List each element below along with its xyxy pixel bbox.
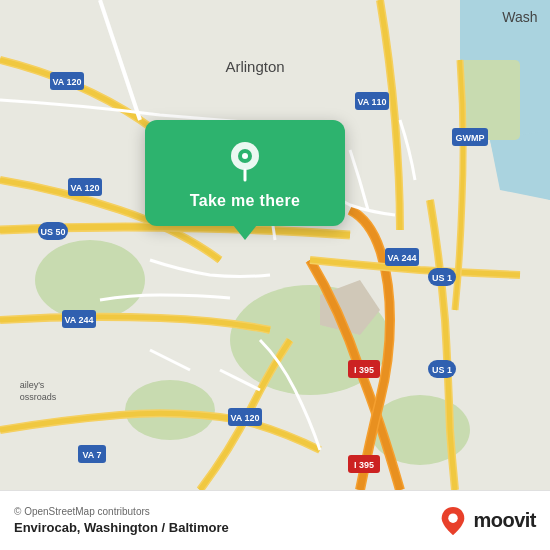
svg-text:I 395: I 395 [354, 460, 374, 470]
map-container: VA 120 VA 120 VA 120 VA 110 VA 244 VA 24… [0, 0, 550, 490]
svg-text:US 50: US 50 [40, 227, 65, 237]
svg-text:VA 7: VA 7 [82, 450, 101, 460]
svg-text:US 1: US 1 [432, 273, 452, 283]
location-pin-icon [223, 138, 267, 182]
take-me-there-button[interactable]: Take me there [190, 192, 300, 210]
svg-text:ailey's: ailey's [20, 380, 45, 390]
svg-text:VA 120: VA 120 [70, 183, 99, 193]
svg-text:ossroads: ossroads [20, 392, 57, 402]
popup-card[interactable]: Take me there [145, 120, 345, 226]
svg-text:GWMP: GWMP [456, 133, 485, 143]
svg-text:VA 110: VA 110 [357, 97, 386, 107]
bottom-left-info: © OpenStreetMap contributors Envirocab, … [14, 506, 229, 535]
svg-text:Arlington: Arlington [225, 58, 284, 75]
svg-text:VA 244: VA 244 [64, 315, 93, 325]
copyright-text: © OpenStreetMap contributors [14, 506, 229, 517]
svg-text:US 1: US 1 [432, 365, 452, 375]
svg-point-40 [449, 513, 458, 522]
svg-point-39 [242, 153, 248, 159]
app-name: Envirocab, Washington / Baltimore [14, 520, 229, 535]
moovit-pin-icon [439, 505, 467, 537]
moovit-logo: moovit [439, 505, 536, 537]
bottom-bar: © OpenStreetMap contributors Envirocab, … [0, 490, 550, 550]
svg-text:VA 120: VA 120 [52, 77, 81, 87]
moovit-brand-text: moovit [473, 509, 536, 532]
svg-text:I 395: I 395 [354, 365, 374, 375]
svg-text:VA 120: VA 120 [230, 413, 259, 423]
svg-text:VA 244: VA 244 [387, 253, 416, 263]
svg-text:Wash: Wash [502, 9, 537, 25]
svg-point-3 [35, 240, 145, 320]
